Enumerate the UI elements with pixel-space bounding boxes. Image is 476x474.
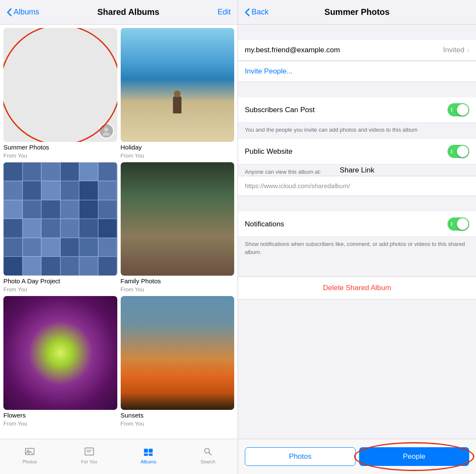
share-link-section: Anyone can view this album at: Share Lin… bbox=[238, 164, 476, 176]
share-link-url-row: https://www.icloud.com/sharedalbum/ bbox=[238, 176, 476, 196]
album-name: Family Photos bbox=[121, 277, 235, 285]
share-link-url: https://www.icloud.com/sharedalbum/ bbox=[245, 182, 350, 189]
for-you-tab-icon bbox=[83, 446, 95, 457]
notifications-label: Notifications bbox=[245, 220, 448, 229]
toggle-on-label: I bbox=[451, 221, 452, 227]
toggle-on-label: I bbox=[451, 107, 452, 113]
album-name: Photo A Day Project bbox=[3, 277, 117, 285]
subscriber-row[interactable]: my.best.friend@example.com Invited › bbox=[238, 40, 476, 61]
album-name: Holiday bbox=[121, 144, 235, 151]
bottom-spacer bbox=[238, 299, 476, 325]
album-item-family-photos[interactable]: Family Photos From You bbox=[121, 162, 235, 293]
album-from: From You bbox=[3, 152, 117, 159]
left-panel: Albums Shared Albums Edit Summer Photos … bbox=[0, 0, 238, 474]
album-from: From You bbox=[3, 286, 117, 293]
svg-point-0 bbox=[104, 127, 108, 132]
album-name: Sunsets bbox=[121, 412, 235, 419]
chevron-right-icon: › bbox=[467, 46, 469, 54]
svg-rect-7 bbox=[144, 449, 148, 453]
album-name: Summer Photos bbox=[3, 144, 117, 151]
people-tab-label: People bbox=[403, 452, 425, 461]
album-grid: Summer Photos From You Holiday From You bbox=[0, 25, 238, 439]
album-item-photo-a-day[interactable]: Photo A Day Project From You bbox=[3, 162, 117, 293]
album-item-sunsets[interactable]: Sunsets From You bbox=[121, 296, 235, 427]
tab-for-you[interactable]: For You bbox=[76, 446, 103, 464]
svg-rect-4 bbox=[85, 448, 93, 455]
albums-back-label: Albums bbox=[14, 8, 39, 17]
left-header: Albums Shared Albums Edit bbox=[0, 0, 238, 25]
subscribers-can-post-row: Subscribers Can Post I bbox=[238, 97, 476, 123]
albums-back-button[interactable]: Albums bbox=[7, 8, 39, 17]
svg-point-1 bbox=[103, 133, 110, 135]
album-from: From You bbox=[3, 420, 117, 427]
album-from: From You bbox=[121, 420, 235, 427]
delete-label: Delete Shared Album bbox=[323, 284, 391, 292]
people-tab-button[interactable]: People bbox=[359, 447, 469, 466]
tab-photos-label: Photos bbox=[23, 459, 37, 464]
notifications-toggle[interactable]: I bbox=[448, 217, 469, 231]
album-detail-title: Summer Photos bbox=[324, 7, 389, 17]
notifications-description: Show notifications when subscribers like… bbox=[238, 237, 476, 261]
tab-for-you-label: For You bbox=[81, 459, 97, 464]
right-panel: Back Summer Photos my.best.friend@exampl… bbox=[238, 0, 476, 474]
page-title: Shared Albums bbox=[97, 7, 159, 17]
tab-photos[interactable]: Photos bbox=[16, 446, 43, 464]
right-tab-bar: Photos People bbox=[238, 439, 476, 474]
summer-highlight-circle bbox=[3, 28, 117, 142]
tab-albums-label: Albums bbox=[141, 459, 156, 464]
subscribers-can-post-toggle[interactable]: I bbox=[448, 103, 469, 116]
tab-search[interactable]: Search bbox=[194, 446, 221, 464]
right-content: my.best.friend@example.com Invited › Inv… bbox=[238, 25, 476, 439]
share-link-label: Share Link bbox=[340, 166, 374, 175]
spacer-2 bbox=[238, 196, 476, 212]
album-item-holiday[interactable]: Holiday From You bbox=[121, 28, 235, 159]
back-button[interactable]: Back bbox=[245, 8, 269, 17]
top-spacer bbox=[238, 25, 476, 40]
public-website-label: Public Website bbox=[245, 147, 448, 156]
invite-people-button[interactable]: Invite People... bbox=[238, 61, 476, 82]
svg-rect-8 bbox=[149, 449, 153, 453]
svg-rect-10 bbox=[149, 454, 153, 456]
anyone-can-view-text: Anyone can view this album at: bbox=[245, 169, 321, 175]
album-name: Flowers bbox=[3, 412, 117, 419]
photos-tab-label: Photos bbox=[289, 452, 312, 461]
tab-bar: Photos For You Albums bbox=[0, 439, 238, 474]
public-website-toggle[interactable]: I bbox=[448, 145, 469, 158]
toggle-on-label: I bbox=[451, 149, 452, 155]
back-label: Back bbox=[252, 8, 269, 17]
photos-tab-icon bbox=[24, 446, 36, 457]
avatar-icon bbox=[102, 126, 111, 135]
spacer-1 bbox=[238, 82, 476, 97]
album-item-flowers[interactable]: Flowers From You bbox=[3, 296, 117, 427]
tab-albums[interactable]: Albums bbox=[135, 446, 162, 464]
subscribers-can-post-label: Subscribers Can Post bbox=[245, 106, 448, 114]
albums-tab-icon bbox=[142, 446, 154, 457]
public-website-row: Public Website I bbox=[238, 139, 476, 164]
toggle-thumb bbox=[457, 146, 468, 157]
photos-tab-button[interactable]: Photos bbox=[245, 447, 356, 466]
delete-shared-album-button[interactable]: Delete Shared Album bbox=[238, 276, 476, 299]
subscriber-email: my.best.friend@example.com bbox=[245, 46, 443, 54]
spacer-3 bbox=[238, 261, 476, 276]
album-item-summer-photos[interactable]: Summer Photos From You bbox=[3, 28, 117, 159]
tab-search-label: Search bbox=[201, 459, 215, 464]
right-header: Back Summer Photos bbox=[238, 0, 476, 25]
subscribers-description: You and the people you invite can add ph… bbox=[238, 123, 476, 139]
album-from: From You bbox=[121, 152, 235, 159]
invite-people-label: Invite People... bbox=[245, 67, 292, 75]
svg-point-11 bbox=[205, 449, 210, 453]
invited-status: Invited bbox=[443, 46, 465, 54]
toggle-thumb bbox=[457, 218, 468, 230]
svg-rect-9 bbox=[144, 454, 148, 456]
svg-line-12 bbox=[209, 453, 212, 455]
search-tab-icon bbox=[202, 446, 214, 457]
notifications-row: Notifications I bbox=[238, 212, 476, 237]
toggle-thumb bbox=[457, 104, 468, 116]
edit-button[interactable]: Edit bbox=[218, 8, 231, 17]
album-from: From You bbox=[121, 286, 235, 293]
